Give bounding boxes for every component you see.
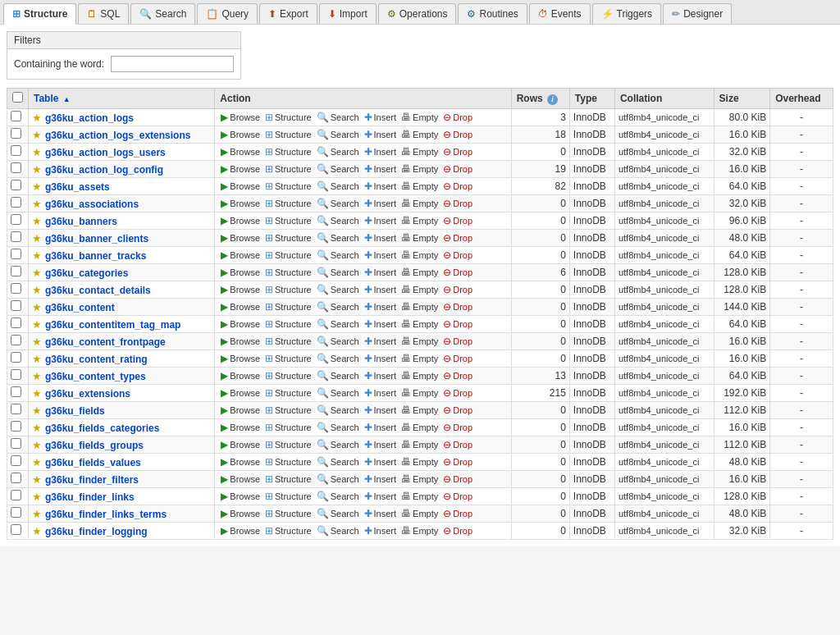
action-empty-btn[interactable]: 🖶Empty bbox=[399, 180, 441, 193]
action-browse-btn[interactable]: ▶Browse bbox=[218, 231, 262, 244]
action-structure-btn[interactable]: ⊞Structure bbox=[262, 335, 314, 348]
action-search-btn[interactable]: 🔍Search bbox=[314, 507, 362, 520]
favorite-star-icon[interactable]: ★ bbox=[32, 508, 42, 520]
table-name-link[interactable]: g36ku_content_rating bbox=[45, 354, 148, 365]
action-browse-btn[interactable]: ▶Browse bbox=[218, 128, 262, 141]
action-structure-btn[interactable]: ⊞Structure bbox=[262, 249, 314, 262]
action-browse-btn[interactable]: ▶Browse bbox=[218, 455, 262, 468]
favorite-star-icon[interactable]: ★ bbox=[32, 267, 42, 279]
action-empty-btn[interactable]: 🖶Empty bbox=[399, 421, 441, 434]
action-insert-btn[interactable]: ✚Insert bbox=[362, 180, 399, 193]
action-search-btn[interactable]: 🔍Search bbox=[314, 490, 362, 503]
action-structure-btn[interactable]: ⊞Structure bbox=[262, 507, 314, 520]
table-name-link[interactable]: g36ku_fields_values bbox=[45, 457, 141, 468]
action-drop-btn[interactable]: ⊖Drop bbox=[441, 524, 475, 537]
action-structure-btn[interactable]: ⊞Structure bbox=[262, 524, 314, 537]
tab-events[interactable]: ⏱Events bbox=[529, 3, 591, 24]
action-search-btn[interactable]: 🔍Search bbox=[314, 197, 362, 210]
action-empty-btn[interactable]: 🖶Empty bbox=[399, 197, 441, 210]
action-insert-btn[interactable]: ✚Insert bbox=[362, 507, 399, 520]
action-insert-btn[interactable]: ✚Insert bbox=[362, 162, 399, 176]
action-structure-btn[interactable]: ⊞Structure bbox=[262, 180, 314, 193]
favorite-star-icon[interactable]: ★ bbox=[32, 370, 42, 382]
tab-routines[interactable]: ⚙Routines bbox=[458, 3, 527, 24]
action-empty-btn[interactable]: 🖶Empty bbox=[399, 507, 441, 520]
action-empty-btn[interactable]: 🖶Empty bbox=[399, 455, 441, 468]
action-search-btn[interactable]: 🔍Search bbox=[314, 404, 362, 417]
table-name-link[interactable]: g36ku_associations bbox=[45, 199, 139, 210]
row-checkbox[interactable] bbox=[11, 404, 21, 414]
action-browse-btn[interactable]: ▶Browse bbox=[218, 162, 262, 176]
action-drop-btn[interactable]: ⊖Drop bbox=[441, 214, 475, 227]
action-insert-btn[interactable]: ✚Insert bbox=[362, 249, 399, 262]
action-search-btn[interactable]: 🔍Search bbox=[314, 162, 362, 176]
favorite-star-icon[interactable]: ★ bbox=[32, 404, 42, 417]
table-name-link[interactable]: g36ku_fields_categories bbox=[45, 423, 159, 434]
action-search-btn[interactable]: 🔍Search bbox=[314, 249, 362, 262]
action-empty-btn[interactable]: 🖶Empty bbox=[399, 128, 441, 141]
action-structure-btn[interactable]: ⊞Structure bbox=[262, 490, 314, 503]
row-checkbox[interactable] bbox=[11, 214, 21, 225]
select-all-checkbox[interactable] bbox=[12, 92, 23, 103]
action-structure-btn[interactable]: ⊞Structure bbox=[262, 300, 314, 313]
row-checkbox[interactable] bbox=[11, 421, 21, 432]
action-drop-btn[interactable]: ⊖Drop bbox=[441, 266, 475, 279]
action-browse-btn[interactable]: ▶Browse bbox=[218, 214, 262, 227]
action-empty-btn[interactable]: 🖶Empty bbox=[399, 438, 441, 451]
favorite-star-icon[interactable]: ★ bbox=[32, 180, 42, 193]
favorite-star-icon[interactable]: ★ bbox=[32, 301, 42, 313]
action-drop-btn[interactable]: ⊖Drop bbox=[441, 283, 475, 296]
row-checkbox[interactable] bbox=[11, 335, 21, 345]
action-search-btn[interactable]: 🔍Search bbox=[314, 524, 362, 537]
action-empty-btn[interactable]: 🖶Empty bbox=[399, 249, 441, 262]
action-empty-btn[interactable]: 🖶Empty bbox=[399, 473, 441, 486]
action-drop-btn[interactable]: ⊖Drop bbox=[441, 111, 475, 124]
action-search-btn[interactable]: 🔍Search bbox=[314, 335, 362, 348]
row-checkbox[interactable] bbox=[11, 369, 21, 380]
action-structure-btn[interactable]: ⊞Structure bbox=[262, 318, 314, 331]
action-drop-btn[interactable]: ⊖Drop bbox=[441, 249, 475, 262]
tab-import[interactable]: ⬇Import bbox=[319, 3, 377, 24]
tab-search[interactable]: 🔍Search bbox=[130, 3, 195, 24]
action-drop-btn[interactable]: ⊖Drop bbox=[441, 300, 475, 313]
row-checkbox[interactable] bbox=[11, 266, 21, 276]
action-browse-btn[interactable]: ▶Browse bbox=[218, 386, 262, 400]
action-browse-btn[interactable]: ▶Browse bbox=[218, 438, 262, 451]
favorite-star-icon[interactable]: ★ bbox=[32, 491, 42, 503]
favorite-star-icon[interactable]: ★ bbox=[32, 525, 42, 537]
action-structure-btn[interactable]: ⊞Structure bbox=[262, 111, 314, 124]
action-insert-btn[interactable]: ✚Insert bbox=[362, 283, 399, 296]
action-structure-btn[interactable]: ⊞Structure bbox=[262, 231, 314, 244]
action-empty-btn[interactable]: 🖶Empty bbox=[399, 231, 441, 244]
action-structure-btn[interactable]: ⊞Structure bbox=[262, 162, 314, 176]
action-browse-btn[interactable]: ▶Browse bbox=[218, 473, 262, 486]
row-checkbox[interactable] bbox=[11, 283, 21, 294]
action-insert-btn[interactable]: ✚Insert bbox=[362, 111, 399, 124]
action-browse-btn[interactable]: ▶Browse bbox=[218, 335, 262, 348]
action-drop-btn[interactable]: ⊖Drop bbox=[441, 197, 475, 210]
action-browse-btn[interactable]: ▶Browse bbox=[218, 180, 262, 193]
table-name-link[interactable]: g36ku_action_log_config bbox=[45, 164, 163, 176]
action-search-btn[interactable]: 🔍Search bbox=[314, 352, 362, 365]
action-empty-btn[interactable]: 🖶Empty bbox=[399, 335, 441, 348]
action-drop-btn[interactable]: ⊖Drop bbox=[441, 404, 475, 417]
action-drop-btn[interactable]: ⊖Drop bbox=[441, 180, 475, 193]
action-insert-btn[interactable]: ✚Insert bbox=[362, 404, 399, 417]
action-drop-btn[interactable]: ⊖Drop bbox=[441, 507, 475, 520]
action-drop-btn[interactable]: ⊖Drop bbox=[441, 421, 475, 434]
action-browse-btn[interactable]: ▶Browse bbox=[218, 300, 262, 313]
action-insert-btn[interactable]: ✚Insert bbox=[362, 231, 399, 244]
action-drop-btn[interactable]: ⊖Drop bbox=[441, 438, 475, 451]
tab-sql[interactable]: 🗒SQL bbox=[78, 3, 129, 24]
favorite-star-icon[interactable]: ★ bbox=[32, 146, 42, 158]
table-name-link[interactable]: g36ku_action_logs_users bbox=[45, 147, 166, 158]
action-browse-btn[interactable]: ▶Browse bbox=[218, 111, 262, 124]
tab-operations[interactable]: ⚙Operations bbox=[378, 3, 457, 24]
action-empty-btn[interactable]: 🖶Empty bbox=[399, 111, 441, 124]
action-empty-btn[interactable]: 🖶Empty bbox=[399, 318, 441, 331]
action-structure-btn[interactable]: ⊞Structure bbox=[262, 386, 314, 400]
action-drop-btn[interactable]: ⊖Drop bbox=[441, 162, 475, 176]
table-name-link[interactable]: g36ku_content_types bbox=[45, 371, 146, 382]
action-insert-btn[interactable]: ✚Insert bbox=[362, 335, 399, 348]
action-structure-btn[interactable]: ⊞Structure bbox=[262, 128, 314, 141]
